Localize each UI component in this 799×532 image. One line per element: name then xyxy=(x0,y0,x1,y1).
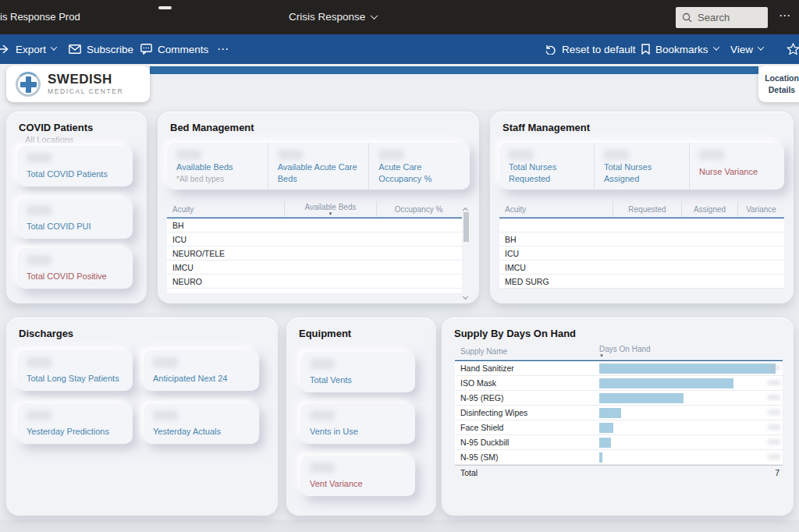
kpi-total-long-stay-patients[interactable]: Total Long Stay Patients xyxy=(17,350,133,391)
kpi-label: Available Acute Care Beds xyxy=(278,161,363,184)
bookmark-icon xyxy=(641,44,650,55)
toolbar-more-button[interactable]: ⋯ xyxy=(217,34,229,64)
kpi-yesterday-actuals[interactable]: Yesterday Actuals xyxy=(144,403,259,444)
bar-track xyxy=(599,376,783,390)
subscribe-button[interactable]: Subscribe xyxy=(69,34,133,64)
export-icon xyxy=(0,44,10,55)
staff-table-header: Acuity Requested Assigned Variance xyxy=(499,201,784,217)
supply-row[interactable]: Disinfecting Wipes xyxy=(455,406,783,420)
redacted-value xyxy=(768,439,780,445)
table-row-clipped[interactable] xyxy=(167,289,462,294)
kpi-label: Total COVID Positive xyxy=(27,271,126,282)
bed-table-header: Acuity Available Beds ▼ Occupancy % xyxy=(167,201,470,217)
card-supply-days-on-hand: Supply By Days On Hand Supply Name Days … xyxy=(442,317,794,516)
bar-track xyxy=(599,450,783,464)
redacted-value xyxy=(278,150,303,160)
col-header-occupancy[interactable]: Occupancy % xyxy=(376,201,460,217)
canvas-footer-strip xyxy=(0,520,799,532)
col-header-acuity[interactable]: Acuity xyxy=(499,201,613,217)
search-input[interactable]: Search xyxy=(676,7,768,28)
col-header-variance[interactable]: Variance xyxy=(737,201,784,217)
kpi-label: Total Vents xyxy=(310,374,409,385)
kpi-yesterday-predictions[interactable]: Yesterday Predictions xyxy=(17,403,133,444)
total-label: Total xyxy=(455,468,599,477)
supply-row[interactable]: N-95 (SM) xyxy=(455,450,783,465)
kpi-anticipated-next-24[interactable]: Anticipated Next 24 xyxy=(144,350,259,391)
scrollbar-thumb[interactable] xyxy=(463,212,469,242)
view-button[interactable]: View xyxy=(730,34,763,64)
kpi-label: Acute Care Occupancy % xyxy=(378,161,463,184)
kpi-vents-in-use[interactable]: Vents in Use xyxy=(300,403,415,444)
envelope-icon xyxy=(69,44,81,54)
chevron-down-icon xyxy=(712,44,719,50)
medical-cross-icon xyxy=(16,72,41,97)
chevron-down-icon xyxy=(371,12,378,20)
kpi-total-covid-pui[interactable]: Total COVID PUI xyxy=(17,198,133,239)
card-staff-management: Staff Management Total Nurses Requested … xyxy=(490,112,794,303)
table-row[interactable]: ICU xyxy=(167,232,462,246)
card-title: Equipment xyxy=(299,328,351,339)
bar-track xyxy=(599,420,783,434)
col-header-available-beds[interactable]: Available Beds ▼ xyxy=(284,201,376,217)
col-header-acuity[interactable]: Acuity xyxy=(167,201,284,217)
kpi-total-vents[interactable]: Total Vents xyxy=(300,352,415,392)
kpi-available-beds[interactable]: Available Beds *All bed types xyxy=(167,143,268,190)
supply-row[interactable]: N-95 (REG) xyxy=(455,391,783,406)
kpi-label: Vents in Use xyxy=(310,426,409,437)
table-row[interactable]: IMCU xyxy=(167,261,462,275)
col-header-requested[interactable]: Requested xyxy=(613,201,681,217)
table-row[interactable]: NEURO xyxy=(167,275,462,289)
card-subtitle: All Locations xyxy=(25,135,73,144)
col-header-assigned[interactable]: Assigned xyxy=(681,201,737,217)
supply-row[interactable]: N-95 Duckbill xyxy=(455,435,783,450)
card-title: COVID Patients xyxy=(19,122,93,133)
table-row[interactable]: BH xyxy=(167,218,462,232)
table-row[interactable] xyxy=(499,218,784,232)
table-row[interactable]: IMCU xyxy=(499,261,784,275)
scroll-up-icon[interactable] xyxy=(463,201,469,207)
kpi-nurse-variance[interactable]: Nurse Variance xyxy=(689,143,784,190)
reset-to-default-button[interactable]: Reset to default xyxy=(545,34,636,64)
table-scrollbar[interactable] xyxy=(463,201,470,295)
kpi-label: Total Nurses Requested xyxy=(509,161,588,184)
kpi-acute-care-occupancy[interactable]: Acute Care Occupancy % xyxy=(368,143,470,190)
card-equipment: Equipment Total Vents Vents in Use Vent … xyxy=(286,317,436,516)
table-row[interactable]: NEURO/TELE xyxy=(167,246,462,261)
card-title: Discharges xyxy=(19,328,73,339)
tab-location-details[interactable]: Location Details xyxy=(758,66,799,102)
supply-table: Supply Name Days On Hand ▼ Hand Sanitize… xyxy=(455,342,783,479)
table-row[interactable]: BH xyxy=(499,232,784,246)
total-value: 7 xyxy=(599,468,783,477)
table-row[interactable]: ICU xyxy=(499,246,784,261)
scroll-down-icon[interactable] xyxy=(463,288,469,293)
kpi-vent-variance[interactable]: Vent Variance xyxy=(300,456,415,496)
bookmarks-button[interactable]: Bookmarks xyxy=(641,34,719,64)
kpi-total-nurses-assigned[interactable]: Total Nurses Assigned xyxy=(594,143,689,190)
titlebar-more-button[interactable]: ⋯ xyxy=(779,9,791,23)
kpi-total-nurses-requested[interactable]: Total Nurses Requested xyxy=(499,143,594,190)
favorite-star-button[interactable] xyxy=(787,34,799,64)
supply-row[interactable]: Hand Sanitizer xyxy=(455,361,783,376)
supply-row[interactable]: Face Shield xyxy=(455,420,783,435)
kpi-total-covid-positive[interactable]: Total COVID Positive xyxy=(17,248,133,289)
report-header: SWEDISH MEDICAL CENTER Region Name: All … xyxy=(0,64,799,109)
redacted-value xyxy=(153,357,178,367)
kpi-available-acute-care-beds[interactable]: Available Acute Care Beds xyxy=(268,143,369,190)
col-header-days-on-hand[interactable]: Days On Hand ▼ xyxy=(599,342,716,360)
redacted-value xyxy=(27,410,51,420)
window-drag-handle xyxy=(158,6,172,9)
report-canvas: COVID Patients All Locations Total COVID… xyxy=(0,109,799,532)
comments-button[interactable]: Comments xyxy=(140,34,208,64)
export-button[interactable]: Export xyxy=(0,34,56,64)
supply-total-row: Total 7 xyxy=(455,465,783,479)
staff-kpi-band: Total Nurses Requested Total Nurses Assi… xyxy=(499,143,784,190)
card-covid-patients: COVID Patients All Locations Total COVID… xyxy=(6,112,147,303)
kpi-total-covid-patients[interactable]: Total COVID Patients xyxy=(17,146,133,186)
supply-table-header: Supply Name Days On Hand ▼ xyxy=(455,342,783,360)
table-row[interactable]: MED SURG xyxy=(499,275,784,289)
col-header-supply-name[interactable]: Supply Name xyxy=(455,342,599,360)
report-toolbar: Export Subscribe Comments ⋯ Reset to def… xyxy=(0,34,799,64)
days-on-hand-bar xyxy=(599,364,776,374)
report-switcher[interactable]: Crisis Response xyxy=(289,11,377,23)
supply-row[interactable]: ISO Mask xyxy=(455,376,783,391)
